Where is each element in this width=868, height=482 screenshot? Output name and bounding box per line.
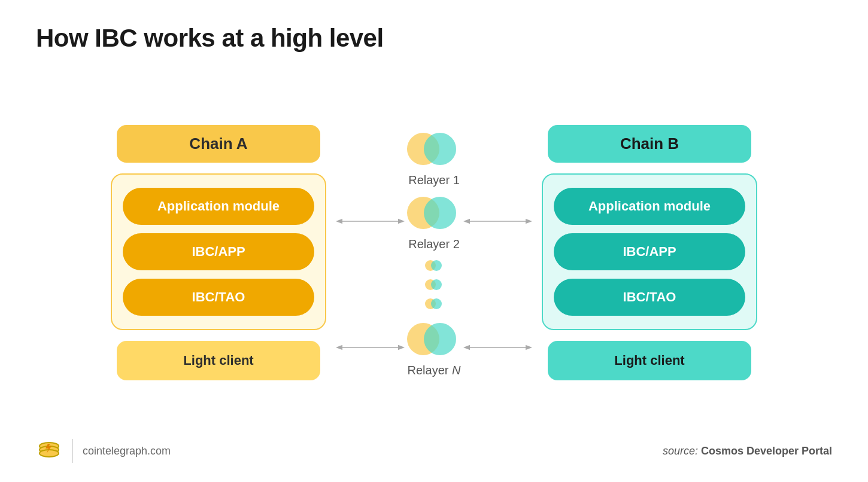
page-title: How IBC works at a high level — [36, 24, 832, 53]
cointelegraph-logo — [36, 438, 62, 464]
arrow-left-1 — [332, 215, 407, 228]
footer-source: source: Cosmos Developer Portal — [663, 445, 832, 457]
relayer-n-label: Relayer N — [408, 364, 461, 377]
arrow-right-1 — [461, 215, 536, 228]
chain-a-light-client: Light client — [117, 341, 320, 380]
relayer-2-label: Relayer 2 — [408, 237, 460, 251]
chain-a-label: Chain A — [117, 125, 320, 163]
arrow-right-2 — [461, 341, 536, 354]
page-container: How IBC works at a high level Chain A Ap… — [0, 0, 868, 482]
chain-a-ibc-app: IBC/APP — [123, 233, 314, 270]
chain-b-light-client: Light client — [548, 341, 751, 380]
footer-domain: cointelegraph.com — [83, 445, 171, 457]
source-prefix: source: — [663, 445, 698, 457]
footer-divider — [72, 439, 73, 463]
diagram-main: Chain A Application module IBC/APP IBC/T… — [36, 77, 832, 428]
arrow-left-2 — [332, 341, 407, 354]
chain-b-label: Chain B — [548, 125, 751, 163]
relayer-dots — [425, 251, 443, 318]
svg-point-6 — [40, 450, 59, 457]
chain-a-inner: Application module IBC/APP IBC/TAO — [111, 173, 326, 330]
relayer-n-icon — [407, 318, 461, 360]
footer-left: cointelegraph.com — [36, 438, 171, 464]
chain-a-panel: Chain A Application module IBC/APP IBC/T… — [105, 125, 332, 380]
footer: cointelegraph.com source: Cosmos Develop… — [36, 428, 832, 464]
chain-b-app-module: Application module — [554, 188, 745, 225]
chain-b-ibc-app: IBC/APP — [554, 233, 745, 270]
source-bold: Cosmos Developer Portal — [701, 445, 832, 457]
chain-b-ibc-tao: IBC/TAO — [554, 279, 745, 316]
relayer-2-icon — [407, 192, 461, 234]
chain-b-inner: Application module IBC/APP IBC/TAO — [542, 173, 757, 330]
chain-b-panel: Chain B Application module IBC/APP IBC/T… — [536, 125, 763, 380]
chain-a-app-module: Application module — [123, 188, 314, 225]
relayer-1-icon — [407, 128, 461, 170]
chain-a-ibc-tao: IBC/TAO — [123, 279, 314, 316]
relayer-1-label: Relayer 1 — [408, 173, 460, 187]
